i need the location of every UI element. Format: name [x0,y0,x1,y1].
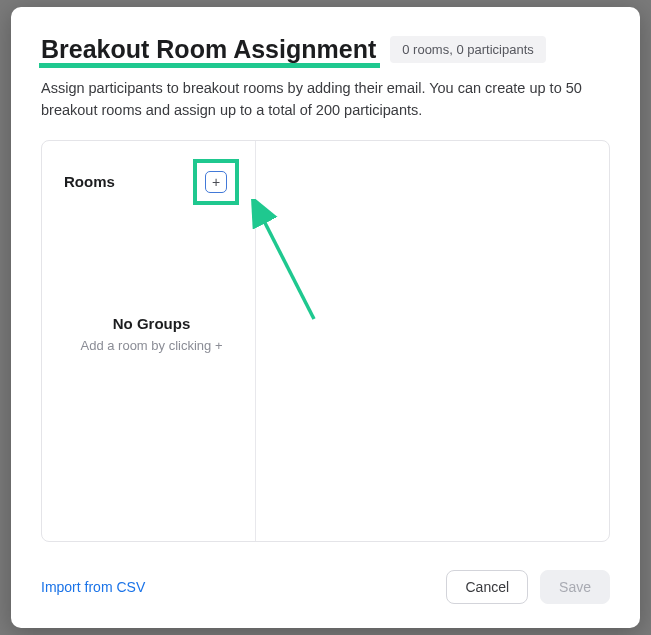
cancel-button[interactable]: Cancel [446,570,528,604]
empty-state-title: No Groups [64,315,239,332]
rooms-panel: Rooms + No Groups Add a room by clicking… [41,140,610,543]
empty-state: No Groups Add a room by clicking + [64,315,239,353]
rooms-sidebar: Rooms + No Groups Add a room by clicking… [42,141,256,542]
breakout-room-modal: Breakout Room Assignment 0 rooms, 0 part… [11,7,640,628]
plus-icon: + [212,173,220,191]
empty-state-subtitle: Add a room by clicking + [64,338,239,353]
rooms-label: Rooms [64,173,115,190]
modal-footer: Import from CSV Cancel Save [41,570,610,604]
modal-header: Breakout Room Assignment 0 rooms, 0 part… [41,35,610,64]
add-room-highlight: + [193,159,239,205]
title-highlight [39,63,380,68]
footer-buttons: Cancel Save [446,570,610,604]
save-button[interactable]: Save [540,570,610,604]
modal-description: Assign participants to breakout rooms by… [41,78,610,122]
import-csv-link[interactable]: Import from CSV [41,579,145,595]
room-count-badge: 0 rooms, 0 participants [390,36,546,63]
add-room-button[interactable]: + [205,171,227,193]
modal-title: Breakout Room Assignment [41,35,376,64]
rooms-detail-panel [256,141,609,542]
rooms-header: Rooms + [64,159,239,205]
modal-title-text: Breakout Room Assignment [41,35,376,63]
